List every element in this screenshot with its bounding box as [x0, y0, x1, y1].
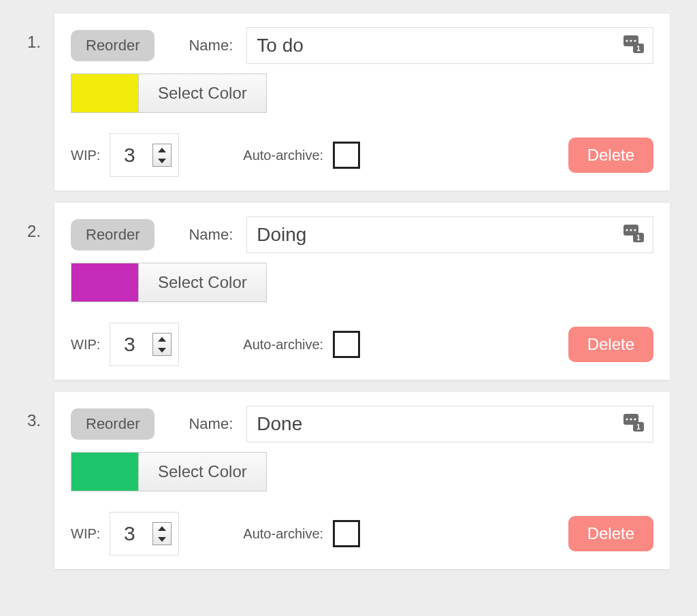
delete-button[interactable]: Delete [568, 516, 653, 551]
auto-archive-checkbox[interactable] [333, 331, 360, 358]
card-bottom-row: WIP: Auto-archive: Delete [71, 133, 653, 177]
name-input[interactable] [246, 406, 653, 442]
column-row: 2. Reorder Name: 1 [14, 203, 670, 380]
row-number: 2. [14, 203, 54, 241]
column-row: 1. Reorder Name: 1 [14, 14, 670, 191]
color-row: Select Color [71, 263, 653, 302]
chevron-down-icon [158, 537, 166, 542]
wip-input[interactable] [117, 333, 142, 356]
color-row: Select Color [71, 452, 653, 491]
auto-archive-label: Auto-archive: [243, 526, 323, 542]
name-label: Name: [189, 415, 233, 433]
card-top-row: Reorder Name: 1 [71, 406, 653, 442]
wip-box [110, 512, 179, 555]
color-swatch[interactable] [71, 452, 139, 491]
select-color-button[interactable]: Select Color [139, 452, 267, 491]
card-top-row: Reorder Name: 1 [71, 216, 653, 253]
name-input[interactable] [246, 27, 653, 64]
color-swatch[interactable] [71, 74, 139, 113]
reorder-button[interactable]: Reorder [71, 219, 155, 250]
wip-box [110, 323, 179, 366]
delete-button[interactable]: Delete [568, 137, 653, 173]
row-number: 1. [14, 14, 54, 52]
wip-label: WIP: [71, 337, 100, 353]
auto-archive-label: Auto-archive: [243, 148, 323, 163]
row-number: 3. [14, 392, 54, 430]
chevron-down-icon [158, 348, 166, 353]
chevron-up-icon [158, 526, 166, 531]
card-bottom-row: WIP: Auto-archive: Delete [71, 512, 653, 555]
wip-input[interactable] [117, 522, 142, 545]
color-swatch[interactable] [71, 263, 139, 302]
column-row: 3. Reorder Name: 1 [14, 392, 670, 569]
select-color-button[interactable]: Select Color [139, 74, 267, 113]
name-label: Name: [189, 226, 233, 244]
name-field-wrap: 1 [246, 27, 653, 64]
chevron-up-icon [158, 337, 166, 342]
name-field-wrap: 1 [246, 216, 653, 253]
wip-stepper[interactable] [152, 522, 172, 545]
color-row: Select Color [71, 74, 653, 113]
wip-label: WIP: [71, 148, 100, 163]
column-card: Reorder Name: 1 [54, 392, 670, 569]
chevron-down-icon [158, 159, 166, 163]
reorder-button[interactable]: Reorder [71, 408, 155, 440]
column-list: 1. Reorder Name: 1 [14, 14, 670, 569]
wip-input[interactable] [117, 144, 142, 167]
wip-stepper[interactable] [152, 144, 172, 167]
delete-button[interactable]: Delete [568, 327, 653, 362]
reorder-button[interactable]: Reorder [71, 30, 155, 61]
auto-archive-checkbox[interactable] [333, 520, 360, 547]
wip-label: WIP: [71, 526, 100, 542]
auto-archive-checkbox[interactable] [333, 142, 360, 169]
wip-box [110, 133, 179, 177]
name-field-wrap: 1 [246, 406, 653, 442]
select-color-button[interactable]: Select Color [139, 263, 267, 302]
auto-archive-label: Auto-archive: [243, 337, 323, 353]
column-card: Reorder Name: 1 [54, 203, 670, 380]
wip-stepper[interactable] [152, 333, 172, 356]
card-top-row: Reorder Name: 1 [71, 27, 653, 64]
chevron-up-icon [158, 148, 166, 152]
name-label: Name: [189, 37, 233, 54]
name-input[interactable] [246, 216, 653, 253]
card-bottom-row: WIP: Auto-archive: Delete [71, 323, 653, 366]
column-card: Reorder Name: 1 [54, 14, 670, 191]
